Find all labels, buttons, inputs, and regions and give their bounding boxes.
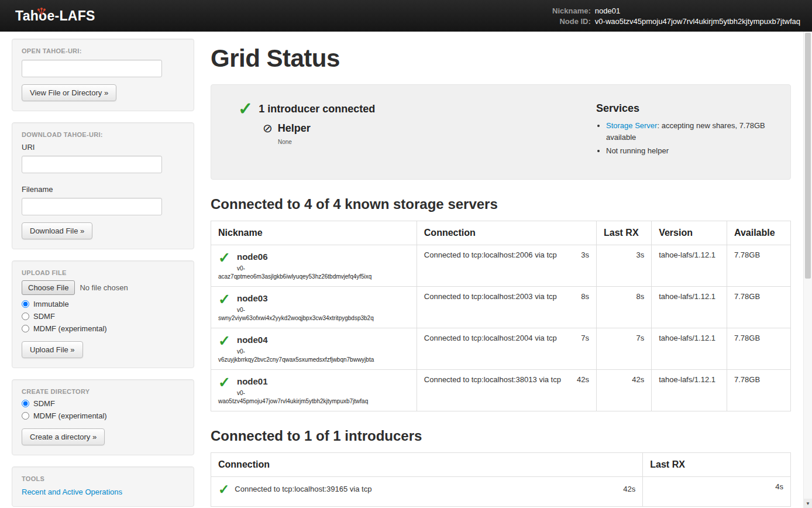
introducers-table-header-row: Connection Last RX — [211, 452, 791, 476]
create-directory-panel: CREATE DIRECTORY SDMF MDMF (experimental… — [12, 379, 194, 455]
nickname-cell: ✓ node01 v0-wao5tzv45pmoju47jow7rvl4ukir… — [211, 369, 417, 411]
connection-text: Connected to tcp:localhost:38013 via tcp — [424, 375, 561, 384]
nickname-cell: ✓ node06 v0-acaz7qptmeo6m3asjlgkb6iwlyuq… — [211, 245, 417, 286]
open-uri-label: OPEN TAHOE-URI: — [22, 47, 184, 54]
dir-mdmf-radio-label: MDMF (experimental) — [33, 411, 107, 420]
col-available: Available — [727, 221, 790, 245]
connected-since: 3s — [581, 250, 589, 259]
page-title: Grid Status — [211, 44, 791, 73]
connected-since: 7s — [581, 334, 589, 342]
server-nickname: node01 — [218, 375, 410, 387]
storage-servers-heading: Connected to 4 of 4 known storage server… — [211, 196, 791, 212]
storage-server-row: ✓ node06 v0-acaz7qptmeo6m3asjlgkb6iwlyuq… — [211, 245, 791, 286]
introducer-status-line: ✓ 1 introducer connected — [238, 101, 596, 116]
open-uri-input[interactable] — [22, 60, 162, 77]
server-nickname: node06 — [218, 250, 410, 263]
last-rx-cell: 3s — [597, 245, 652, 286]
nickname-value: node01 — [595, 6, 800, 15]
storage-server-row: ✓ node03 v0-swny2viyw63ofxwi4x2yykd2woqj… — [211, 286, 791, 328]
col-nickname: Nickname — [211, 221, 417, 245]
storage-server-row: ✓ node04 v0-v6zuyjkbrrkqy2bvc2cny7qwax5s… — [211, 328, 791, 369]
create-directory-button[interactable]: Create a directory » — [22, 428, 105, 445]
scrollbar-thumb[interactable] — [805, 33, 811, 279]
view-file-button[interactable]: View File or Directory » — [22, 84, 116, 101]
helper-title: Helper — [278, 122, 311, 135]
col-connection: Connection — [211, 452, 643, 476]
file-input[interactable]: Choose File No file chosen — [22, 280, 184, 295]
server-connected-check-icon: ✓ — [218, 334, 237, 348]
connection-text: Connected to tcp:localhost:39165 via tcp — [235, 485, 618, 493]
server-node-id: v0-acaz7qptmeo6m3asjlgkb6iwlyuqey53hz26t… — [218, 263, 389, 281]
recent-operations-link[interactable]: Recent and Active Operations — [22, 488, 122, 496]
server-node-id: v0-v6zuyjkbrrkqy2bvc2cny7qwax5sxumedsxfz… — [218, 346, 389, 364]
nickname-cell: ✓ node04 v0-v6zuyjkbrrkqy2bvc2cny7qwax5s… — [211, 328, 417, 369]
storage-table-header-row: Nickname Connection Last RX Version Avai… — [211, 221, 791, 245]
available-cell: 7.78GB — [727, 369, 790, 411]
introducers-table: Connection Last RX ✓ Connected to tcp:lo… — [211, 452, 791, 507]
introducer-status-text: 1 introducer connected — [259, 103, 375, 115]
storage-server-link[interactable]: Storage Server — [606, 121, 657, 130]
uri-field-label: URI — [22, 143, 184, 152]
connection-text: Connected to tcp:localhost:2004 via tcp — [424, 334, 557, 342]
nickname-label: Nickname: — [552, 6, 591, 15]
last-rx-cell: 42s — [597, 369, 652, 411]
dir-sdmf-radio-label: SDMF — [33, 399, 55, 408]
upload-sdmf-radio-label: SDMF — [33, 312, 55, 321]
node-id-label: Node ID: — [552, 17, 591, 26]
upload-format-immutable[interactable]: Immutable — [22, 300, 184, 308]
available-cell: 7.78GB — [727, 286, 790, 328]
storage-servers-table: Nickname Connection Last RX Version Avai… — [211, 221, 791, 411]
upload-sdmf-radio[interactable] — [22, 313, 29, 320]
download-file-button[interactable]: Download File » — [22, 222, 92, 239]
main-content: Grid Status ✓ 1 introducer connected ⊘ H… — [211, 39, 791, 508]
choose-file-button[interactable]: Choose File — [22, 280, 75, 295]
upload-file-button[interactable]: Upload File » — [22, 341, 83, 358]
download-uri-label: DOWNLOAD TAHOE-URI: — [22, 131, 184, 138]
available-cell: 7.78GB — [727, 328, 790, 369]
service-item-helper: Not running helper — [606, 145, 775, 157]
open-uri-panel: OPEN TAHOE-URI: View File or Directory » — [12, 39, 194, 111]
grid-summary-well: ✓ 1 introducer connected ⊘ Helper None S… — [211, 84, 791, 180]
service-item-storage: Storage Server: accepting new shares, 7.… — [606, 120, 775, 143]
last-rx-cell: 7s — [597, 328, 652, 369]
tools-panel: TOOLS Recent and Active Operations — [12, 466, 194, 507]
upload-file-label: UPLOAD FILE — [22, 269, 184, 276]
upload-format-sdmf[interactable]: SDMF — [22, 312, 184, 321]
dir-mdmf-radio[interactable] — [22, 412, 29, 420]
server-connected-check-icon: ✓ — [218, 375, 237, 390]
services-list: Storage Server: accepting new shares, 7.… — [596, 120, 775, 157]
version-cell: tahoe-lafs/1.12.1 — [652, 245, 727, 286]
dir-format-mdmf[interactable]: MDMF (experimental) — [22, 411, 184, 420]
upload-format-mdmf[interactable]: MDMF (experimental) — [22, 324, 184, 333]
upload-mdmf-radio[interactable] — [22, 325, 29, 332]
brand-text: Tahoe-LAFS — [15, 8, 95, 23]
tools-label: TOOLS — [22, 475, 184, 482]
introducer-row: ✓ Connected to tcp:localhost:39165 via t… — [211, 476, 791, 506]
col-connection: Connection — [417, 221, 596, 245]
server-node-id: v0-swny2viyw63ofxwi4x2yykd2woqjbpx3cw34x… — [218, 304, 389, 322]
dir-format-sdmf[interactable]: SDMF — [22, 399, 184, 408]
immutable-radio[interactable] — [22, 300, 29, 308]
connection-text: Connected to tcp:localhost:2003 via tcp — [424, 292, 557, 301]
version-cell: tahoe-lafs/1.12.1 — [652, 369, 727, 411]
last-rx-cell: 4s — [643, 476, 791, 506]
col-version: Version — [652, 221, 727, 245]
connected-since: 8s — [581, 292, 589, 301]
version-cell: tahoe-lafs/1.12.1 — [652, 328, 727, 369]
download-uri-panel: DOWNLOAD TAHOE-URI: URI Filename Downloa… — [12, 122, 194, 249]
brand-logo[interactable]: Tahoe-LAFS — [15, 8, 95, 24]
services-summary: Services Storage Server: accepting new s… — [596, 101, 775, 159]
last-rx-cell: 8s — [597, 286, 652, 328]
connected-since: 42s — [623, 485, 635, 493]
create-directory-label: CREATE DIRECTORY — [22, 388, 184, 395]
connection-text: Connected to tcp:localhost:2006 via tcp — [424, 250, 557, 259]
scrollbar[interactable]: ▼ — [803, 32, 812, 508]
connection-cell: ✓ Connected to tcp:localhost:39165 via t… — [211, 476, 643, 506]
dir-sdmf-radio[interactable] — [22, 400, 29, 407]
scroll-down-button[interactable]: ▼ — [804, 499, 812, 508]
col-last-rx: Last RX — [597, 221, 652, 245]
filename-field-label: Filename — [22, 185, 184, 194]
download-filename-input[interactable] — [22, 198, 162, 215]
download-uri-input[interactable] — [22, 156, 162, 173]
file-status-text: No file chosen — [80, 283, 128, 292]
